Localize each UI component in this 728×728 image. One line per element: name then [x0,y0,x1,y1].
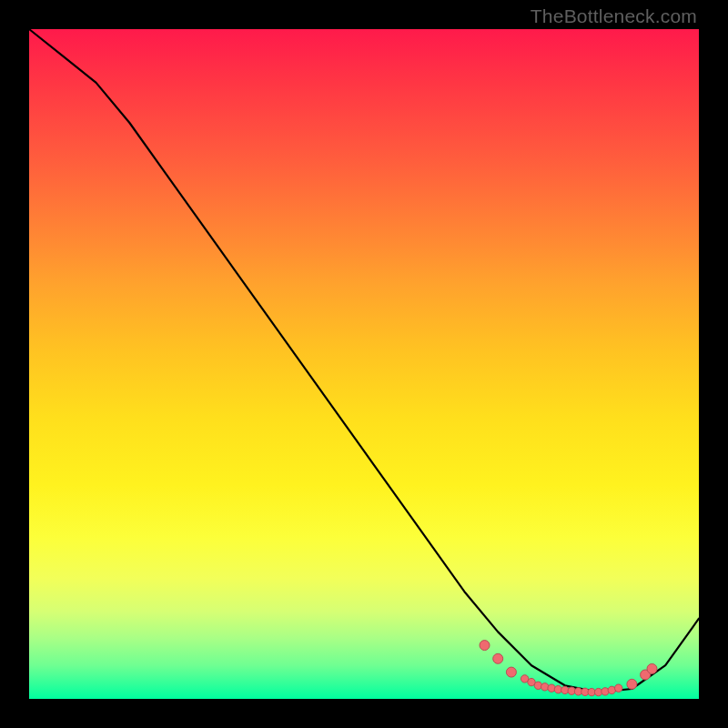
chart-frame: TheBottleneck.com [0,0,728,728]
bottleneck-curve [29,29,699,693]
curve-layer [29,29,699,699]
gradient-plot-area [29,29,699,699]
watermark-text: TheBottleneck.com [531,5,697,27]
data-point [615,684,622,692]
data-point [493,653,503,663]
highlight-points [480,641,657,696]
data-point [647,663,657,673]
data-point [480,641,490,651]
data-point [627,679,637,689]
data-point [506,667,516,677]
